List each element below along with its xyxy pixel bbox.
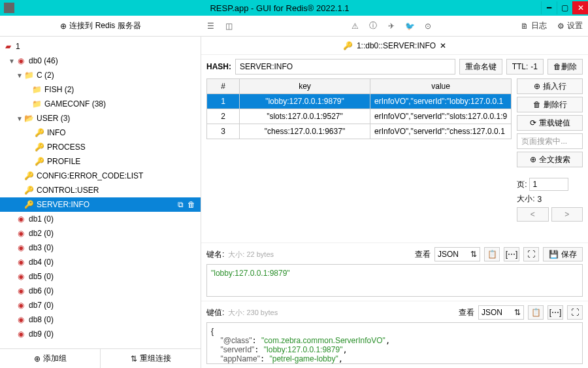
tree-key-profile[interactable]: 🔑PROFILE [0,154,201,169]
tab-bar: 🔑 1::db0::SERVER:INFO ✕ [201,37,588,55]
delete-key-button[interactable]: 🗑删除 [547,59,583,75]
keyname-label: 键名: [206,249,224,260]
hash-table: # key value 1 "lobby:127.0.0.1:9879" erI… [206,78,512,139]
key-icon: 🔑 [34,142,44,152]
tree-key-control-user[interactable]: 🔑CONTROL:USER [0,183,201,197]
telegram-icon[interactable]: ✈ [382,18,400,34]
expand-icon[interactable]: ⛶ [567,305,583,320]
tree-db3[interactable]: ◉db3 (0) [0,241,201,255]
copy-icon[interactable]: 📋 [528,305,544,320]
tree-db0[interactable]: ▼◉db0 (46) [0,54,201,68]
database-icon: ◉ [16,301,26,310]
trash-icon: 🗑 [533,100,541,109]
tree-db9[interactable]: ◉db9 (0) [0,327,201,341]
value-label: 键值: [206,307,224,318]
tree-db8[interactable]: ◉db8 (0) [0,312,201,327]
target-icon: ⊕ [530,155,536,164]
reload-button[interactable]: ⇅重组连接 [100,349,201,368]
rename-button[interactable]: 重命名键 [459,59,502,75]
trash-icon[interactable]: 🗑 [188,200,195,209]
tree-key-config-error[interactable]: 🔑CONFIG:ERROR_CODE:LIST [0,169,201,183]
header-value: value [370,79,511,93]
header-key: key [240,79,370,93]
main-toolbar: ⊕ 连接到 Redis 服务器 ☰ ◫ ⚠ ⓘ ✈ 🐦 ⊙ 🗎 日志 ⚙ 设置 [0,16,588,37]
folder-icon: 📁 [31,85,42,94]
title-bar: RESP.app - GUI for Redis® 2022.1.1 ━ ▢ ✕ [0,0,588,16]
copy-icon[interactable]: 📋 [484,247,500,261]
tree-db5[interactable]: ◉db5 (0) [0,269,201,284]
save-button[interactable]: 💾保存 [543,247,583,261]
tree-folder-gameconf[interactable]: 📁GAMECONF (38) [0,97,201,111]
next-page-button[interactable]: > [551,207,583,222]
page-input[interactable] [529,178,568,191]
tree-folder-user[interactable]: ▼📂USER (3) [0,111,201,125]
copy-code-icon[interactable]: [⋯] [547,305,563,320]
table-row[interactable]: 3 "chess:127.0.0.1:9637" erInfoVO","serv… [207,124,511,139]
list-view-icon[interactable]: ☰ [201,18,220,34]
save-icon: 💾 [549,250,559,259]
window-minimize-button[interactable]: ━ [541,1,557,14]
chevron-down-icon: ▼ [8,58,16,65]
key-tree[interactable]: ▰1 ▼◉db0 (46) ▼📁C (2) 📁FISH (2) 📁GAMECON… [0,37,201,348]
database-icon: ◉ [16,315,26,324]
database-icon: ◉ [16,56,26,65]
settings-button[interactable]: ⚙ 设置 [552,20,588,31]
table-row[interactable]: 2 "slots:127.0.0.1:9527" erInfoVO","serv… [207,109,511,124]
logs-icon: 🗎 [521,22,529,31]
twitter-icon[interactable]: 🐦 [400,18,419,34]
tree-db2[interactable]: ◉db2 (0) [0,226,201,241]
format-select[interactable]: JSON⇅ [434,247,480,261]
tree-db7[interactable]: ◉db7 (0) [0,298,201,312]
tab-close-icon[interactable]: ✕ [440,41,446,50]
database-icon: ◉ [16,214,26,224]
type-label: HASH: [206,62,231,71]
key-icon: 🔑 [343,41,353,50]
connect-label: 连接到 Redis 服务器 [69,20,140,31]
connect-button[interactable]: ⊕ 连接到 Redis 服务器 [60,20,140,31]
side-actions: ⊕插入行 🗑删除行 ⟳重载键值 页面搜索中... ⊕全文搜索 页: 大小:3 <… [512,78,588,243]
page-search-input[interactable]: 页面搜索中... [517,133,583,149]
tree-db1[interactable]: ◉db1 (0) [0,212,201,226]
tree-key-process[interactable]: 🔑PROCESS [0,140,201,154]
tree-db6[interactable]: ◉db6 (0) [0,284,201,298]
tree-folder-c[interactable]: ▼📁C (2) [0,68,201,82]
ttl-button[interactable]: TTL:-1 [506,59,544,75]
insert-row-button[interactable]: ⊕插入行 [517,78,583,94]
expand-icon[interactable]: ⛶ [523,247,539,261]
fulltext-search-button[interactable]: ⊕全文搜索 [517,152,583,167]
logs-button[interactable]: 🗎 日志 [515,20,552,31]
value-editor[interactable]: { "@class": "com.zebra.common.ServerInfo… [206,322,583,364]
format-select[interactable]: JSON⇅ [478,305,524,320]
tree-folder-fish[interactable]: 📁FISH (2) [0,82,201,97]
split-view-icon[interactable]: ◫ [220,18,238,34]
prev-page-button[interactable]: < [517,207,548,222]
add-group-button[interactable]: ⊕添加组 [0,349,100,368]
key-name-input[interactable]: SERVER:INFO [235,59,455,75]
key-icon: 🔑 [34,157,44,166]
keyname-size: 大小: 22 bytes [228,250,274,259]
keyname-editor[interactable]: "lobby:127.0.0.1:9879" [206,264,583,297]
tree-key-server-info[interactable]: 🔑SERVER:INFO⧉🗑 [0,197,201,212]
table-row[interactable]: 1 "lobby:127.0.0.1:9879" erInfoVO","serv… [207,94,511,109]
window-close-button[interactable]: ✕ [572,1,588,14]
info-icon[interactable]: ⓘ [364,18,382,34]
reload-value-button[interactable]: ⟳重载键值 [517,115,583,131]
warning-icon[interactable]: ⚠ [346,18,364,34]
database-icon: ◉ [16,286,26,295]
value-editor-section: 键值: 大小: 230 bytes 查看 JSON⇅ 📋 [⋯] ⛶ { "@c… [201,301,588,368]
reload-icon: ⇅ [131,354,137,363]
view-label: 查看 [415,249,431,260]
copy-code-icon[interactable]: [⋯] [504,247,519,261]
tree-connection[interactable]: ▰1 [0,39,201,54]
tree-key-info[interactable]: 🔑INFO [0,125,201,140]
delete-row-button[interactable]: 🗑删除行 [517,97,583,112]
tab-server-info[interactable]: 🔑 1::db0::SERVER:INFO ✕ [343,41,446,50]
key-icon: 🔑 [24,200,34,209]
tree-db4[interactable]: ◉db4 (0) [0,255,201,269]
chevron-down-icon: ▼ [16,72,24,79]
folder-icon: 📁 [31,99,42,109]
window-maximize-button[interactable]: ▢ [557,1,572,14]
github-icon[interactable]: ⊙ [419,18,437,34]
copy-icon[interactable]: ⧉ [178,200,184,209]
content-area: 🔑 1::db0::SERVER:INFO ✕ HASH: SERVER:INF… [201,37,588,368]
